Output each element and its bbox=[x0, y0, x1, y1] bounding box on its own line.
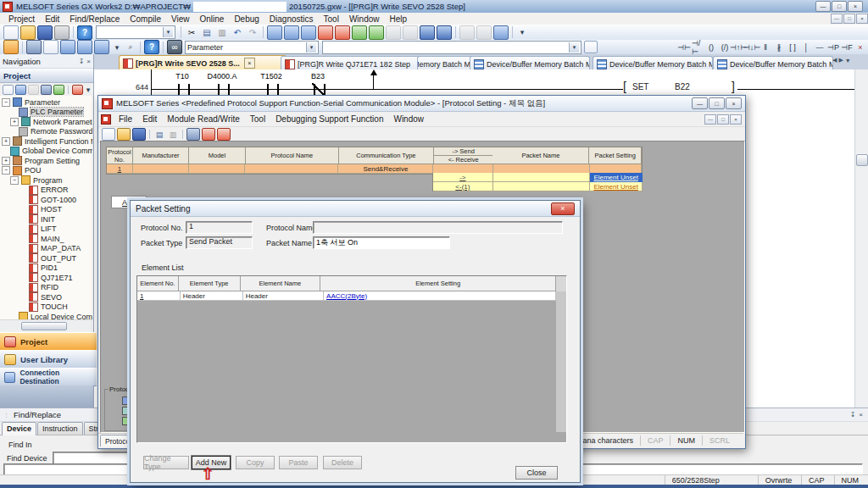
expand-icon[interactable]: + bbox=[10, 118, 19, 126]
parameter-combo-dropdown-icon[interactable]: ▾ bbox=[306, 42, 316, 53]
contact-t10[interactable] bbox=[178, 84, 190, 95]
menu-edit[interactable]: Edit bbox=[137, 114, 162, 125]
tab-device[interactable]: Device bbox=[2, 422, 36, 435]
cell-element-no[interactable]: 1 bbox=[137, 291, 181, 301]
parameter-combo[interactable]: Parameter ▾ bbox=[185, 41, 319, 54]
ladder-symbol-icon-11[interactable]: — bbox=[814, 42, 826, 53]
expand-icon[interactable]: + bbox=[2, 137, 10, 146]
ladder-symbol-icon-4[interactable]: (/) bbox=[719, 42, 731, 53]
paste-button[interactable]: Paste bbox=[279, 456, 318, 469]
collapse-icon[interactable]: − bbox=[2, 166, 10, 175]
nav-sort-icon[interactable] bbox=[41, 85, 52, 95]
dialog-close-button[interactable]: × bbox=[551, 202, 575, 215]
tree-item-intelligent-function[interactable]: + Intelligent Function Mod bbox=[0, 136, 92, 147]
device-memory-icon-2[interactable] bbox=[284, 25, 299, 40]
help-icon[interactable]: ? bbox=[77, 25, 92, 40]
cell-element-name[interactable]: Header bbox=[243, 291, 324, 301]
window-close-button[interactable]: × bbox=[726, 97, 742, 109]
set-instruction[interactable]: SET bbox=[632, 82, 648, 92]
read-from-plc-icon[interactable] bbox=[335, 25, 350, 40]
tree-hscrollbar-thumb[interactable] bbox=[21, 322, 67, 330]
device-memory-icon-1[interactable] bbox=[267, 25, 282, 40]
nav-copy-icon[interactable] bbox=[15, 85, 26, 95]
nav-dropdown-icon[interactable]: ▾ bbox=[85, 85, 92, 96]
mdi-minimize-button[interactable]: — bbox=[831, 14, 843, 24]
nav-paste-icon[interactable] bbox=[28, 85, 39, 95]
close-button[interactable]: Close bbox=[515, 466, 558, 480]
ladder-symbol-icon-3[interactable]: () bbox=[705, 42, 717, 53]
menu-tool[interactable]: Tool bbox=[319, 14, 344, 25]
menu-file[interactable]: File bbox=[114, 114, 137, 125]
device-comment-icon-2[interactable] bbox=[77, 40, 92, 54]
new-icon[interactable] bbox=[102, 128, 115, 141]
ladder-symbol-icon-1[interactable]: ⊣⊢ bbox=[678, 42, 690, 53]
tree-item-qj71e71[interactable]: QJ71E71 bbox=[0, 273, 92, 283]
child-minimize-button[interactable]: — bbox=[704, 114, 716, 125]
expand-icon[interactable]: + bbox=[2, 157, 10, 165]
packet-name-input[interactable] bbox=[313, 236, 450, 249]
tree-item-program-setting[interactable]: + Program Setting bbox=[0, 156, 92, 166]
cell-protocol-name[interactable] bbox=[245, 164, 338, 174]
help-circle-icon[interactable]: ? bbox=[144, 40, 159, 54]
maximize-button[interactable]: □ bbox=[832, 1, 847, 12]
child-close-button[interactable]: × bbox=[730, 114, 742, 125]
monitor-stop-icon[interactable] bbox=[386, 25, 401, 40]
simulation-icon[interactable] bbox=[459, 25, 475, 40]
mdi-close-button[interactable]: × bbox=[856, 14, 868, 24]
open-icon[interactable] bbox=[117, 128, 131, 141]
module-read-icon[interactable] bbox=[217, 128, 231, 141]
copy-button[interactable]: Copy bbox=[236, 456, 275, 469]
cell-manufacturer[interactable] bbox=[133, 164, 189, 174]
element-setting-link[interactable]: AACC(2Byte) bbox=[324, 291, 556, 301]
module-configuration-icon[interactable] bbox=[26, 40, 42, 54]
find-binoculars-icon[interactable]: ∞ bbox=[167, 40, 182, 54]
element-table-vscrollbar[interactable] bbox=[556, 291, 566, 432]
tab-instruction[interactable]: Instruction bbox=[37, 422, 83, 435]
combo-dropdown-icon[interactable]: ▾ bbox=[163, 27, 173, 37]
mdi-restore-button[interactable]: □ bbox=[843, 14, 855, 24]
receive-packet-row[interactable]: <-(1) Element Unset bbox=[433, 182, 643, 191]
menu-find-replace[interactable]: Find/Replace bbox=[64, 14, 125, 25]
window-minimize-button[interactable]: — bbox=[692, 97, 708, 109]
menu-diagnostics[interactable]: Diagnostics bbox=[264, 14, 319, 25]
panel-close-icon[interactable]: × bbox=[86, 58, 91, 65]
menu-edit[interactable]: Edit bbox=[40, 14, 64, 25]
new-project-icon[interactable] bbox=[3, 25, 19, 40]
menu-view[interactable]: View bbox=[166, 14, 195, 25]
device-combo-dropdown-icon[interactable]: ▾ bbox=[569, 42, 579, 53]
editor-vscrollbar-thumb[interactable] bbox=[856, 154, 868, 166]
monitor-pause-icon[interactable] bbox=[403, 25, 418, 40]
tree-item-sevo[interactable]: SEVO bbox=[0, 292, 92, 302]
step-execution-icon[interactable] bbox=[476, 25, 492, 40]
open-project-icon[interactable] bbox=[20, 25, 36, 40]
collapse-icon[interactable]: − bbox=[10, 176, 19, 185]
write-to-plc-icon[interactable] bbox=[318, 25, 333, 40]
paste-icon[interactable]: ▥ bbox=[167, 129, 179, 140]
ladder-symbol-icon-9[interactable]: [ ] bbox=[787, 42, 798, 53]
tree-item-remote-password[interactable]: Remote Password bbox=[0, 127, 92, 137]
dialog-title-bar[interactable]: Packet Setting × bbox=[131, 201, 580, 217]
delete-button[interactable]: Delete bbox=[323, 456, 362, 469]
tree-item-lift[interactable]: LIFT bbox=[0, 225, 92, 235]
toolbar-combo[interactable]: ▾ bbox=[96, 25, 175, 39]
menu-debugging-support[interactable]: Debugging Support Function bbox=[270, 114, 388, 125]
ladder-symbol-icon-12[interactable]: ⊣P bbox=[827, 42, 839, 53]
menu-project[interactable]: Project bbox=[3, 14, 40, 25]
contact-d4000a[interactable] bbox=[218, 84, 230, 95]
tree-item-network-parameter[interactable]: + Network Parameter bbox=[0, 117, 92, 127]
menu-compile[interactable]: Compile bbox=[125, 14, 166, 25]
cell-send-direction[interactable]: -> bbox=[433, 173, 493, 182]
collapse-icon[interactable]: − bbox=[2, 98, 10, 107]
tree-item-plc-parameter[interactable]: PLC Parameter bbox=[0, 108, 92, 118]
paste-icon[interactable]: ▥ bbox=[215, 26, 229, 39]
contact-t1502[interactable] bbox=[267, 84, 279, 95]
nav-new-icon[interactable] bbox=[3, 85, 14, 95]
copy-icon[interactable]: ▤ bbox=[153, 129, 165, 140]
tab-prg-write-sevo[interactable]: [PRG]R Write SEVO 2528 S... × bbox=[119, 55, 287, 70]
ladder-symbol-icon-13[interactable]: ⊣F bbox=[841, 42, 853, 53]
module-select-icon[interactable] bbox=[186, 128, 200, 141]
cell-send-packet-name[interactable] bbox=[493, 173, 591, 182]
device-memory-icon-3[interactable] bbox=[301, 25, 316, 40]
device-comment-icon-1[interactable] bbox=[60, 40, 75, 54]
window-split-icon[interactable] bbox=[43, 40, 58, 54]
